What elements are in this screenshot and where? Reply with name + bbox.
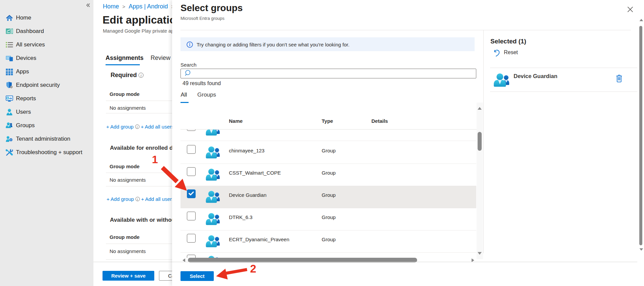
svg-text:1: 1 xyxy=(152,153,158,166)
svg-text:2: 2 xyxy=(250,262,256,275)
